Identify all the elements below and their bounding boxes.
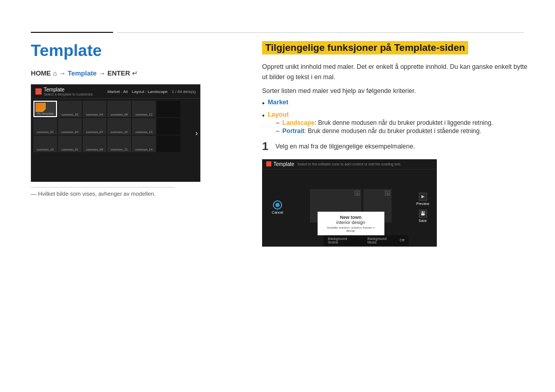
step-number: 1 bbox=[262, 141, 270, 152]
preview-left-panel: Cancel bbox=[262, 170, 293, 246]
description-text: Opprett unikt innhold med maler. Det er … bbox=[262, 62, 534, 82]
template-cell-more bbox=[157, 136, 180, 152]
preview-center: ⤡ ⤡ New town interior design Suitable so… bbox=[293, 170, 409, 246]
template-cell[interactable]: common_08 bbox=[83, 136, 106, 152]
template-ui-subtitle: Select a template to customize. bbox=[44, 92, 94, 96]
breadcrumb-arrow1: → bbox=[59, 69, 66, 77]
overlay-subtitle: interior design bbox=[323, 220, 379, 225]
filter-market: Market : All bbox=[107, 89, 128, 94]
left-column: Template HOME ⌂ → Template → ENTER ↵ Tem… bbox=[31, 41, 247, 197]
template-cell[interactable]: common_09 bbox=[107, 101, 131, 117]
bullet-market-label: Market bbox=[268, 99, 288, 106]
breadcrumb-enter: ENTER bbox=[107, 69, 130, 77]
save-icon: 💾 bbox=[419, 210, 427, 218]
home-icon: ⌂ bbox=[53, 69, 57, 77]
template-count: 1 / 64 item(s) bbox=[172, 89, 196, 94]
template-cell[interactable]: common_13 bbox=[132, 118, 156, 135]
template-cell[interactable]: common_10 bbox=[33, 136, 57, 152]
preview-bottom-bar: Background Scene Background Music Off bbox=[324, 235, 409, 246]
save-button[interactable]: 💾 Save bbox=[419, 210, 427, 222]
portrait-text: : Bruk denne modusen når du bruker produ… bbox=[304, 127, 481, 135]
bottom-bar-bg-music: Background Music Off bbox=[367, 237, 404, 244]
next-arrow[interactable]: › bbox=[195, 129, 198, 137]
filter-layout: Layout : Landscape bbox=[132, 89, 168, 94]
divider bbox=[31, 187, 175, 188]
footnote: ― Hvilket bilde som vises, avhenger av m… bbox=[31, 191, 247, 197]
breadcrumb-arrow2: → bbox=[99, 69, 105, 77]
text-overlay-box: New town interior design Suitable soluti… bbox=[318, 212, 384, 235]
sort-text: Sorter listen med maler ved hjelp av føl… bbox=[262, 87, 534, 95]
preview-header: Template Select in the editable zone to … bbox=[262, 159, 437, 170]
template-cell[interactable]: common_12 bbox=[132, 101, 156, 117]
template-cell-more bbox=[157, 101, 180, 117]
template-row-1: My template common_03 common_04 common_0… bbox=[33, 101, 198, 117]
template-cell-more bbox=[157, 118, 180, 135]
preview-subtitle: Select in the editable zone to add conte… bbox=[298, 162, 401, 166]
template-cell[interactable]: common_01 bbox=[58, 136, 82, 152]
enter-icon: ↵ bbox=[132, 69, 138, 77]
top-line-accent bbox=[31, 32, 113, 33]
cancel-icon bbox=[273, 200, 282, 210]
screen-zoom-icon: ⤡ bbox=[355, 191, 360, 196]
top-lines bbox=[31, 32, 524, 33]
page-title: Template bbox=[31, 41, 247, 60]
preview-body: Cancel ⤡ ⤡ New town interior design Suit… bbox=[262, 170, 437, 246]
sub-bullet-portrait: – Portrait: Bruk denne modusen når du br… bbox=[276, 127, 493, 135]
breadcrumb: HOME ⌂ → Template → ENTER ↵ bbox=[31, 69, 247, 77]
template-cell[interactable]: common_10 bbox=[107, 118, 131, 135]
bullet-layout: • Layout – Landscape: Bruk denne modusen… bbox=[262, 111, 534, 136]
preview-title-text: Template bbox=[273, 161, 294, 167]
template-cell[interactable]: common_04 bbox=[83, 101, 106, 117]
template-cell[interactable]: common_04 bbox=[58, 118, 82, 135]
template-grid: My template common_03 common_04 common_0… bbox=[31, 99, 200, 154]
breadcrumb-home: HOME bbox=[31, 69, 51, 77]
bottom-bar-bg-scene: Background Scene bbox=[328, 237, 357, 244]
top-line-separator bbox=[117, 32, 524, 33]
template-cell-my-template[interactable]: My template bbox=[33, 101, 57, 117]
step-1: 1 Velg en mal fra de tilgjengelige eksem… bbox=[262, 141, 534, 152]
template-row-3: common_10 common_01 common_08 common_11 … bbox=[33, 136, 198, 152]
template-cell[interactable]: common_11 bbox=[107, 136, 131, 152]
screen-zoom-icon-2: ⤡ bbox=[385, 191, 390, 196]
template-cell[interactable]: common_07 bbox=[83, 118, 106, 135]
landscape-label: Landscape bbox=[283, 119, 315, 126]
cancel-inner-circle bbox=[275, 203, 280, 207]
bullet-market: • Market bbox=[262, 99, 534, 109]
template-row-2: common_01 common_04 common_07 common_10 … bbox=[33, 118, 198, 135]
cancel-label: Cancel bbox=[272, 211, 283, 214]
breadcrumb-template: Template bbox=[68, 69, 97, 77]
overlay-title: New town bbox=[323, 215, 379, 220]
template-ui-header: Template Select a template to customize.… bbox=[31, 85, 200, 99]
sub-bullet-landscape: – Landscape: Bruk denne modusen når du b… bbox=[276, 119, 493, 126]
template-icon-box bbox=[35, 88, 42, 95]
landscape-text: : Bruk denne modusen når du bruker produ… bbox=[314, 119, 493, 126]
section-title: Tilgjengelige funksjoner på Template-sid… bbox=[262, 41, 468, 54]
preview-label: Preview bbox=[416, 202, 429, 206]
preview-icon: ▶ bbox=[419, 193, 427, 201]
template-cell[interactable]: common_01 bbox=[33, 118, 57, 135]
template-ui-title-text: Template bbox=[44, 87, 94, 92]
template-filters: Market : All Layout : Landscape 1 / 64 i… bbox=[107, 89, 196, 94]
save-label: Save bbox=[419, 219, 427, 222]
sub-bullet-list: – Landscape: Bruk denne modusen når du b… bbox=[276, 119, 493, 135]
template-cell[interactable]: common_03 bbox=[58, 101, 82, 117]
template-preview-ui: Template Select in the editable zone to … bbox=[262, 159, 437, 247]
bullet-list: • Market • Layout – Landscape: Bruk denn… bbox=[262, 99, 534, 136]
portrait-label: Portrait bbox=[283, 127, 305, 135]
preview-template-icon bbox=[266, 161, 271, 166]
my-template-icon bbox=[35, 103, 46, 112]
step-text: Velg en mal fra de tilgjengelige eksempe… bbox=[275, 143, 415, 150]
bullet-layout-label: Layout bbox=[268, 111, 289, 118]
preview-cancel-button[interactable]: Cancel bbox=[272, 200, 283, 214]
right-column: Tilgjengelige funksjoner på Template-sid… bbox=[262, 41, 534, 247]
overlay-small-text: Suitable solution: solution frames n des… bbox=[323, 226, 379, 232]
template-ui-screenshot: Template Select a template to customize.… bbox=[31, 84, 200, 182]
preview-right-panel: ▶ Preview 💾 Save bbox=[409, 170, 437, 246]
template-ui-title: Template Select a template to customize. bbox=[35, 87, 94, 96]
preview-button[interactable]: ▶ Preview bbox=[416, 193, 429, 206]
template-cell[interactable]: common_14 bbox=[132, 136, 156, 152]
